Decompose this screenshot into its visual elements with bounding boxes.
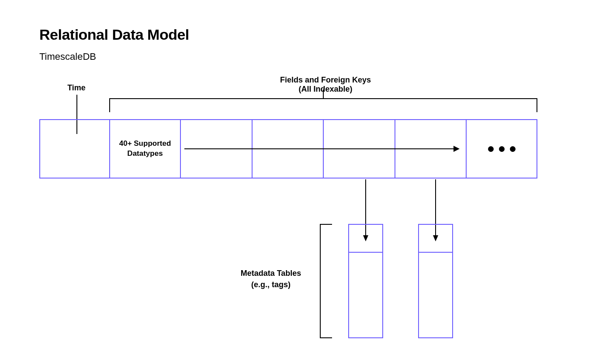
diagram-subtitle: TimescaleDB bbox=[39, 51, 546, 62]
metadata-label-line1: Metadata Tables bbox=[241, 269, 301, 278]
diagram-container: Relational Data Model TimescaleDB Time F… bbox=[39, 26, 546, 346]
cell-ellipsis bbox=[467, 119, 537, 179]
fields-label-line1: Fields and Foreign Keys bbox=[114, 76, 537, 85]
metadata-label: Metadata Tables (e.g., tags) bbox=[227, 268, 315, 290]
diagram-canvas: Time Fields and Foreign Keys (All Indexa… bbox=[39, 76, 546, 346]
time-label: Time bbox=[63, 83, 90, 93]
horizontal-arrow-icon bbox=[184, 148, 459, 149]
metadata-bracket bbox=[320, 224, 332, 338]
metadata-label-line2: (e.g., tags) bbox=[251, 280, 291, 289]
ellipsis-dot-icon bbox=[488, 146, 494, 152]
metadata-table-2 bbox=[418, 224, 453, 338]
fields-bracket bbox=[109, 98, 537, 112]
fields-label-line2: (All Indexable) bbox=[114, 85, 537, 94]
diagram-title: Relational Data Model bbox=[39, 26, 546, 43]
cell-datatypes: 40+ Supported Datatypes bbox=[110, 119, 181, 179]
fields-label: Fields and Foreign Keys (All Indexable) bbox=[114, 76, 537, 94]
ellipsis-dot-icon bbox=[499, 146, 505, 152]
metadata-table-1 bbox=[348, 224, 383, 338]
ellipsis-dot-icon bbox=[510, 146, 516, 152]
cell-time bbox=[39, 119, 110, 179]
